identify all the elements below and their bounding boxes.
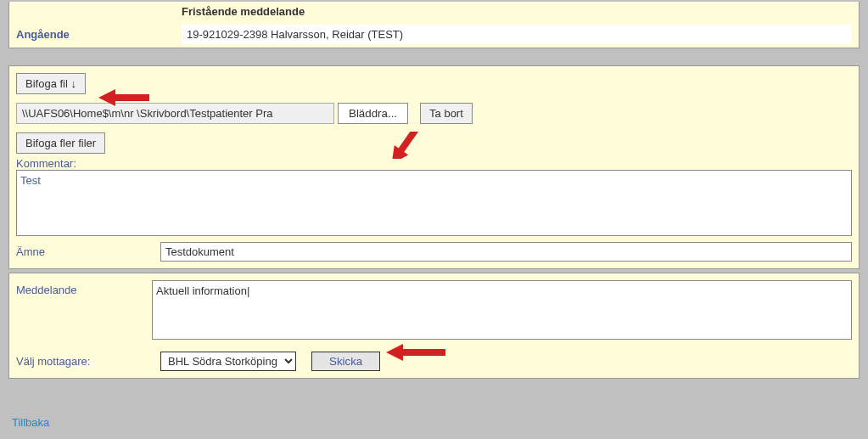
remove-button[interactable]: Ta bort: [420, 103, 473, 124]
attach-more-files-button[interactable]: Bifoga fler filer: [16, 132, 105, 154]
file-row: \\UAFS06\Home$\m\nr \Skrivbord\Testpatie…: [16, 103, 852, 124]
subject-label: Ämne: [16, 245, 160, 258]
recipient-select[interactable]: BHL Södra Storköping: [160, 352, 296, 371]
comment-textarea[interactable]: [16, 170, 852, 236]
browse-button[interactable]: Bläddra...: [338, 103, 408, 124]
attach-file-button[interactable]: Bifoga fil ↓: [16, 73, 86, 94]
about-value: 19-921029-2398 Halvarsson, Reidar (TEST): [182, 25, 852, 44]
message-textarea[interactable]: [152, 280, 852, 340]
comment-label: Kommentar:: [16, 157, 852, 170]
message-label: Meddelande: [16, 280, 152, 340]
send-button[interactable]: Skicka: [311, 352, 380, 371]
header-title: Fristående meddelande: [182, 5, 305, 18]
about-label: Angående: [16, 28, 182, 41]
file-path-display: \\UAFS06\Home$\m\nr \Skrivbord\Testpatie…: [16, 103, 334, 124]
attachment-panel: Bifoga fil ↓ \\UAFS06\Home$\m\nr \Skrivb…: [8, 65, 860, 269]
back-link[interactable]: Tillbaka: [12, 416, 49, 429]
header-panel: Fristående meddelande Angående 19-921029…: [8, 2, 860, 48]
message-panel: Meddelande Välj mottagare: BHL Södra Sto…: [8, 273, 860, 379]
recipient-label: Välj mottagare:: [16, 355, 160, 368]
subject-input[interactable]: [160, 242, 852, 262]
